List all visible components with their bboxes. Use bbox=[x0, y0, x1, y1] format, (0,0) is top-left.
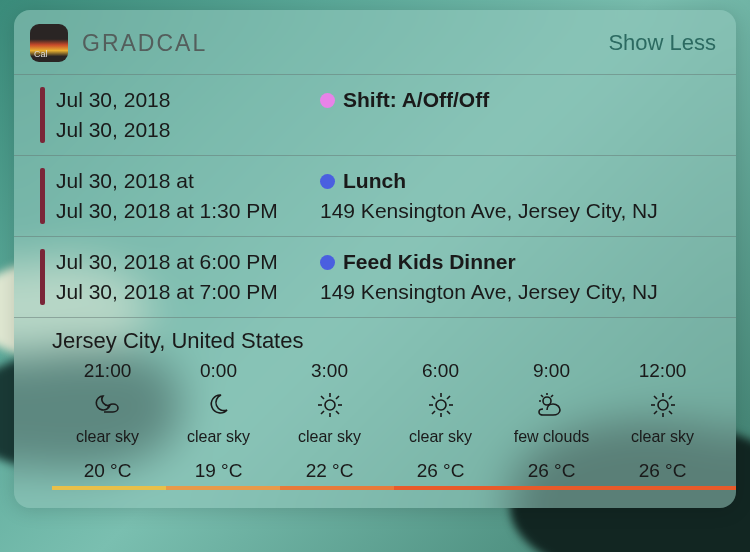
forecast-column: 0:00 clear sky 19 °C bbox=[163, 360, 274, 482]
svg-line-31 bbox=[654, 411, 657, 414]
forecast-time: 6:00 bbox=[422, 360, 459, 382]
event-start-time: Jul 30, 2018 at bbox=[56, 166, 320, 196]
sun-cloud-icon bbox=[535, 390, 569, 420]
event-end-time: Jul 30, 2018 at 1:30 PM bbox=[56, 196, 320, 226]
svg-point-23 bbox=[658, 400, 668, 410]
weather-location: Jersey City, United States bbox=[52, 328, 718, 354]
forecast-time: 12:00 bbox=[639, 360, 687, 382]
svg-line-8 bbox=[321, 411, 324, 414]
calendar-event[interactable]: Jul 30, 2018 at 6:00 PM Feed Kids Dinner… bbox=[14, 236, 736, 317]
temperature-gradient-bar bbox=[14, 486, 736, 490]
svg-line-5 bbox=[321, 396, 324, 399]
forecast-temperature: 19 °C bbox=[195, 460, 243, 482]
forecast-temperature: 26 °C bbox=[639, 460, 687, 482]
svg-point-0 bbox=[325, 400, 335, 410]
weather-section: Jersey City, United States 21:00 clear s… bbox=[14, 317, 736, 508]
svg-line-16 bbox=[447, 396, 450, 399]
event-title: Shift: A/Off/Off bbox=[343, 85, 489, 115]
forecast-description: clear sky bbox=[631, 428, 694, 446]
forecast-column: 9:00 few clouds 26 °C bbox=[496, 360, 607, 482]
calendar-event[interactable]: Jul 30, 2018 Shift: A/Off/Off Jul 30, 20… bbox=[14, 74, 736, 155]
event-title: Feed Kids Dinner bbox=[343, 247, 516, 277]
forecast-column: 12:00 clear sky 26 °C bbox=[607, 360, 718, 482]
event-end-time: Jul 30, 2018 bbox=[56, 115, 320, 145]
event-location: 149 Kensington Ave, Jersey City, NJ bbox=[320, 196, 658, 226]
sun-icon bbox=[424, 390, 458, 420]
svg-line-15 bbox=[447, 411, 450, 414]
forecast-description: clear sky bbox=[409, 428, 472, 446]
event-accent-bar bbox=[40, 168, 45, 224]
forecast-time: 0:00 bbox=[200, 360, 237, 382]
forecast-temperature: 26 °C bbox=[528, 460, 576, 482]
forecast-time: 3:00 bbox=[311, 360, 348, 382]
forecast-description: few clouds bbox=[514, 428, 590, 446]
event-accent-bar bbox=[40, 249, 45, 305]
gradcal-widget: GRADCAL Show Less Jul 30, 2018 Shift: A/… bbox=[14, 10, 736, 508]
event-title: Lunch bbox=[343, 166, 406, 196]
svg-line-21 bbox=[541, 395, 543, 397]
event-start-time: Jul 30, 2018 at 6:00 PM bbox=[56, 247, 320, 277]
forecast-time: 9:00 bbox=[533, 360, 570, 382]
calendar-color-dot-icon bbox=[320, 174, 335, 189]
svg-line-30 bbox=[669, 396, 672, 399]
event-accent-bar bbox=[40, 87, 45, 143]
forecast-description: clear sky bbox=[187, 428, 250, 446]
calendar-color-dot-icon bbox=[320, 255, 335, 270]
forecast-column: 21:00 clear sky 20 °C bbox=[52, 360, 163, 482]
sun-icon bbox=[646, 390, 680, 420]
forecast-temperature: 26 °C bbox=[417, 460, 465, 482]
svg-line-7 bbox=[336, 396, 339, 399]
svg-line-6 bbox=[336, 411, 339, 414]
svg-line-22 bbox=[551, 395, 553, 397]
svg-point-18 bbox=[543, 397, 551, 405]
event-end-time: Jul 30, 2018 at 7:00 PM bbox=[56, 277, 320, 307]
moon-cloud-icon bbox=[91, 390, 125, 420]
calendar-color-dot-icon bbox=[320, 93, 335, 108]
forecast-column: 3:00 clear sky 22 °C bbox=[274, 360, 385, 482]
event-start-time: Jul 30, 2018 bbox=[56, 85, 320, 115]
forecast-temperature: 20 °C bbox=[84, 460, 132, 482]
app-title: GRADCAL bbox=[82, 30, 207, 57]
show-less-button[interactable]: Show Less bbox=[608, 30, 716, 56]
forecast-description: clear sky bbox=[76, 428, 139, 446]
app-icon bbox=[30, 24, 68, 62]
forecast-time: 21:00 bbox=[84, 360, 132, 382]
svg-line-29 bbox=[669, 411, 672, 414]
svg-line-28 bbox=[654, 396, 657, 399]
widget-header: GRADCAL Show Less bbox=[14, 10, 736, 74]
svg-line-14 bbox=[432, 396, 435, 399]
calendar-event[interactable]: Jul 30, 2018 at Lunch Jul 30, 2018 at 1:… bbox=[14, 155, 736, 236]
svg-point-9 bbox=[436, 400, 446, 410]
sun-icon bbox=[313, 390, 347, 420]
event-location: 149 Kensington Ave, Jersey City, NJ bbox=[320, 277, 658, 307]
forecast-temperature: 22 °C bbox=[306, 460, 354, 482]
forecast-column: 6:00 clear sky 26 °C bbox=[385, 360, 496, 482]
svg-line-17 bbox=[432, 411, 435, 414]
forecast-description: clear sky bbox=[298, 428, 361, 446]
moon-icon bbox=[202, 390, 236, 420]
